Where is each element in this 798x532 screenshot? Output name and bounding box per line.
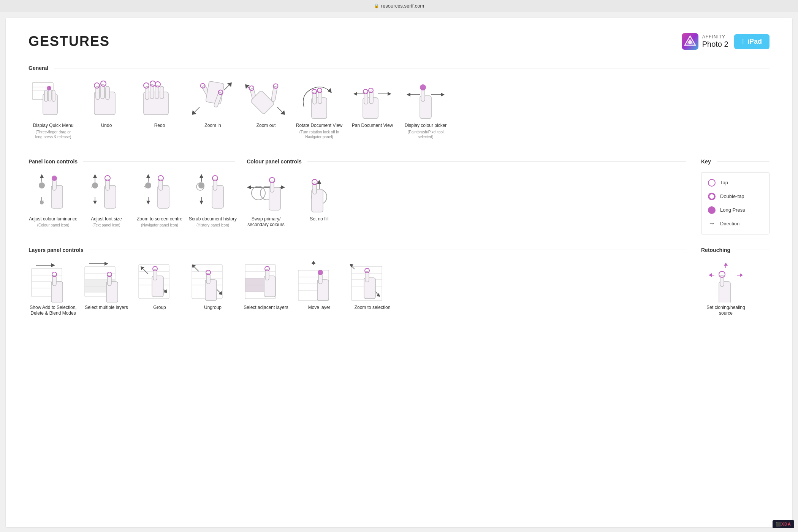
gesture-icon-set-no-fill [294, 172, 344, 214]
gesture-set-cloning: Set cloning/healing source [701, 261, 750, 317]
key-label-double-tap: Double-tap [720, 193, 744, 199]
svg-point-94 [198, 182, 204, 188]
ipad-badge:  iPad [734, 34, 770, 49]
retouching-title: Retouching [701, 247, 736, 253]
layers-section-header: Layers panel controls [28, 247, 686, 253]
gesture-scrub-history: Scrub document history (History panel ic… [188, 172, 238, 228]
panel-icon-line [83, 161, 235, 162]
gesture-icon-zoom-screen: ✛ [135, 172, 184, 214]
svg-marker-61 [407, 93, 410, 97]
general-gesture-grid: Display Quick Menu (Three-finger drag or… [28, 79, 770, 139]
gesture-label-zoom-out: Zoom out [256, 123, 276, 129]
gesture-set-no-fill: Set no fill [294, 172, 344, 228]
gesture-adjust-font: a Adjust font size (Text panel icon) [82, 172, 131, 228]
tap-circle-icon [708, 179, 716, 187]
key-item-direction: → Direction [707, 219, 763, 228]
svg-rect-16 [106, 86, 109, 100]
bottom-sections: Layers panel controls [28, 247, 770, 317]
gesture-icon-select-adjacent [241, 261, 291, 302]
svg-point-108 [252, 186, 265, 200]
gesture-icon-zoom-selection [348, 261, 397, 302]
gesture-zoom-screen: ✛ Zoom to screen centre (Navigator panel [135, 172, 184, 228]
gesture-swap-colours: Swap primary/secondary colours [241, 172, 291, 228]
layers-gesture-grid: Show Add to Selection,Delete & Blend Mod… [28, 261, 686, 317]
svg-marker-106 [247, 185, 251, 189]
gesture-label-select-adjacent: Select adjacent layers [244, 305, 288, 311]
gesture-label-colour-picker: Display colour picker [405, 123, 447, 129]
gesture-label-move-layer: Move layer [308, 305, 331, 311]
gesture-label-adjust-font: Adjust font size [91, 216, 122, 222]
affinity-logo-icon [682, 33, 698, 50]
retouching-gesture-grid: Set cloning/healing source [701, 261, 770, 317]
gesture-icon-pan-document [348, 79, 397, 120]
gesture-label-pan-document: Pan Document View [352, 123, 393, 129]
gesture-sublabel-scrub-history: (History panel icon) [196, 223, 229, 228]
gesture-icon-zoom-in [188, 79, 238, 120]
svg-marker-124 [51, 263, 55, 267]
gesture-adjust-luminance: Adjust colour luminance (Colour panel ic… [28, 172, 78, 228]
layers-section: Layers panel controls [28, 247, 686, 317]
gesture-label-display-quick-menu: Display Quick Menu [33, 123, 74, 129]
svg-rect-10 [48, 89, 51, 101]
gesture-icon-group [135, 261, 184, 302]
gesture-sublabel-rotate-document: (Turn rotation lock off inNavigator pane… [299, 130, 339, 139]
gesture-label-zoom-in: Zoom in [204, 123, 221, 129]
browser-bar: 🔒 resources.serif.com [0, 0, 798, 12]
svg-text:✛: ✛ [144, 184, 148, 190]
gesture-group: Group [135, 261, 184, 317]
panel-icon-section: Panel icon controls Colour panel control… [28, 158, 686, 228]
gesture-sublabel-display-quick-menu: (Three-finger drag orlong press & releas… [35, 130, 71, 139]
svg-marker-78 [93, 174, 97, 178]
svg-marker-135 [104, 262, 108, 266]
lock-icon: 🔒 [374, 3, 379, 8]
apple-icon:  [742, 37, 744, 46]
gesture-zoom-out: Zoom out [241, 79, 291, 139]
svg-marker-196 [709, 273, 712, 277]
affinity-logo: AFFINITY Photo 2 [682, 33, 728, 50]
gesture-label-zoom-selection: Zoom to selection [355, 305, 391, 311]
key-section-header: Key [701, 158, 770, 165]
gesture-icon-adjust-font: a [82, 172, 131, 214]
svg-point-72 [40, 201, 44, 204]
header-right: AFFINITY Photo 2  iPad [682, 33, 770, 50]
svg-marker-52 [353, 92, 357, 96]
general-section-title: General [28, 65, 54, 71]
svg-marker-80 [93, 201, 97, 204]
gesture-sublabel-zoom-screen: (Navigator panel icon) [141, 223, 178, 228]
gesture-label-set-no-fill: Set no fill [310, 216, 328, 222]
gesture-show-add-selection: Show Add to Selection,Delete & Blend Mod… [28, 261, 78, 317]
gesture-icon-scrub-history [188, 172, 238, 214]
panel-gesture-grid: Adjust colour luminance (Colour panel ic… [28, 172, 686, 228]
gesture-label-rotate-document: Rotate Document View [296, 123, 343, 129]
platform-label: iPad [747, 38, 762, 46]
layers-section-title: Layers panel controls [28, 247, 89, 253]
svg-point-179 [318, 270, 323, 275]
svg-line-29 [224, 84, 230, 90]
key-section: Key Tap Double-tap [701, 158, 770, 247]
key-icon-double-tap [707, 192, 716, 201]
gesture-rotate-document: Rotate Document View (Turn rotation lock… [294, 79, 344, 139]
gesture-move-layer: Move layer [294, 261, 344, 317]
svg-rect-9 [44, 90, 48, 101]
gesture-icon-swap-colours [241, 172, 291, 214]
gesture-icon-undo [82, 79, 131, 120]
gesture-label-ungroup: Ungroup [204, 305, 222, 311]
gesture-label-scrub-history: Scrub document history [189, 216, 237, 222]
general-section-header: General [28, 65, 770, 71]
logo-text: AFFINITY Photo 2 [702, 34, 728, 49]
long-press-circle-icon [708, 206, 716, 214]
key-item-long-press: Long Press [707, 206, 763, 215]
svg-point-67 [39, 182, 45, 188]
double-tap-circle-icon [708, 193, 716, 200]
svg-point-3 [688, 40, 692, 44]
svg-marker-192 [724, 263, 728, 266]
url-text: resources.serif.com [381, 3, 424, 9]
svg-point-12 [47, 86, 51, 90]
gesture-icon-select-multiple [82, 261, 131, 302]
gesture-zoom-in: Zoom in [188, 79, 238, 139]
gesture-icon-display-quick-menu [28, 79, 78, 120]
gesture-label-adjust-luminance: Adjust colour luminance [29, 216, 77, 222]
key-box: Tap Double-tap Long Press → [701, 172, 770, 234]
gesture-icon-set-cloning [701, 261, 750, 302]
logo-photo2: Photo 2 [702, 40, 728, 49]
